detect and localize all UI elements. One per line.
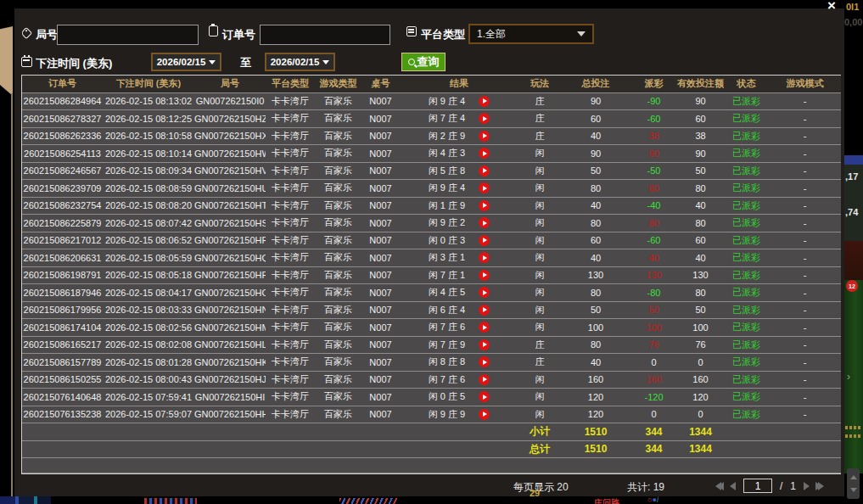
result-text: 闲 3 庄 1 (429, 251, 465, 264)
result-cell: 闲 1 庄 9 (400, 197, 518, 215)
table-cell: GN007262150HL (194, 336, 266, 354)
table-cell: 60 (677, 232, 724, 249)
result-cell: 闲 7 庄 6 (400, 319, 518, 337)
table-cell: 40 (561, 249, 630, 267)
background-number-fragment: ,17 (845, 171, 858, 182)
search-button[interactable]: 查询 (401, 53, 446, 71)
table-cell: 闲 (518, 406, 561, 423)
status-cell: 已派彩 (724, 336, 769, 354)
table-cell: 闲 (518, 284, 561, 302)
column-header: 游戏类型 (315, 76, 361, 92)
table-cell: - (769, 232, 841, 249)
replay-play-icon[interactable] (479, 148, 490, 159)
payout-cell: 76 (630, 336, 677, 354)
column-header: 状态 (724, 76, 769, 92)
table-row: 2602150861987912026-02-15 08:05:18GN0072… (22, 266, 841, 284)
table-cell: N007 (361, 232, 400, 249)
replay-play-icon[interactable] (479, 131, 490, 142)
replay-play-icon[interactable] (479, 217, 490, 228)
replay-play-icon[interactable] (479, 409, 490, 420)
table-cell: 卡卡湾厅 (266, 197, 315, 215)
replay-play-icon[interactable] (479, 356, 490, 367)
table-cell: - (769, 266, 841, 284)
replay-play-icon[interactable] (479, 287, 490, 298)
close-icon[interactable]: × (822, 0, 841, 14)
table-cell: - (769, 406, 841, 423)
table-cell: - (769, 180, 841, 198)
payout-cell: -40 (630, 197, 677, 215)
result-cell: 闲 9 庄 2 (400, 215, 518, 232)
table-cell: 闲 (518, 180, 561, 198)
page-number-input[interactable] (743, 479, 772, 493)
table-cell: GN007262150HR (194, 232, 266, 249)
result-text: 闲 7 庄 6 (429, 321, 465, 333)
result-text: 闲 0 庄 5 (429, 390, 465, 403)
table-cell: 卡卡湾厅 (266, 336, 315, 354)
table-cell: GN007262150HS (194, 215, 266, 232)
order-no-input[interactable] (260, 25, 390, 45)
page-total: 1 (790, 480, 796, 492)
replay-play-icon[interactable] (479, 165, 490, 176)
table-cell: - (769, 110, 841, 128)
platform-type-select[interactable]: 1.全部 (468, 24, 594, 44)
table-cell: 卡卡湾厅 (266, 406, 315, 423)
replay-play-icon[interactable] (479, 200, 490, 211)
first-page-button[interactable] (717, 482, 722, 490)
table-cell: 260215086262336 (22, 127, 103, 145)
table-cell: GN007262150HU (194, 180, 266, 198)
replay-play-icon[interactable] (479, 322, 490, 333)
table-cell: GN007262150HJ (194, 371, 266, 389)
table-cell: - (769, 145, 841, 163)
table-cell: GN007262150HI (194, 389, 266, 406)
chevron-down-icon (322, 60, 329, 64)
table-row: 2602150862066312026-02-15 08:05:59GN0072… (22, 249, 841, 267)
date-to-picker[interactable]: 2026/02/15 (265, 53, 335, 71)
replay-play-icon[interactable] (479, 374, 490, 385)
next-page-button[interactable] (804, 482, 810, 490)
payout-cell: -50 (630, 162, 677, 180)
result-cell: 闲 9 庄 9 (400, 406, 518, 423)
prev-page-button[interactable] (730, 482, 736, 490)
table-cell: GN007262150HV (194, 162, 266, 180)
list-icon (406, 26, 417, 36)
table-cell: 260215086239709 (22, 180, 103, 198)
replay-play-icon[interactable] (479, 305, 490, 316)
table-cell: N007 (361, 336, 400, 354)
replay-play-icon[interactable] (479, 235, 490, 246)
background-fragment-roadmap (0, 496, 51, 504)
table-cell: 60 (561, 232, 630, 249)
date-from-value: 2026/02/15 (157, 57, 206, 67)
table-cell: 90 (561, 145, 630, 163)
chevron-right-icon: › (847, 371, 850, 383)
table-cell: 2026-02-15 08:02:56 (103, 319, 194, 337)
status-cell: 已派彩 (724, 145, 769, 163)
replay-play-icon[interactable] (479, 96, 490, 107)
last-page-button[interactable] (817, 482, 822, 490)
summary-payout: 344 (630, 423, 677, 441)
table-cell: N007 (361, 92, 400, 110)
table-cell: 260215076135238 (22, 406, 103, 423)
status-cell: 已派彩 (724, 215, 769, 232)
table-cell: 2026-02-15 08:09:34 (103, 162, 194, 180)
replay-play-icon[interactable] (479, 339, 490, 350)
replay-play-icon[interactable] (479, 113, 490, 124)
summary-valid-bet: 1344 (677, 440, 724, 458)
table-cell: 260215086174104 (22, 319, 103, 337)
replay-play-icon[interactable] (479, 391, 490, 402)
date-from-picker[interactable]: 2026/02/15 (151, 53, 221, 71)
replay-play-icon[interactable] (479, 182, 490, 193)
summary-label: 总计 (518, 440, 561, 458)
table-row: 2602150861577892026-02-15 08:01:28GN0072… (22, 354, 841, 372)
table-cell: 百家乐 (315, 232, 361, 249)
table-cell: N007 (361, 284, 400, 302)
payout-cell: -60 (630, 232, 677, 249)
table-cell: 卡卡湾厅 (266, 180, 315, 198)
replay-play-icon[interactable] (479, 252, 490, 263)
result-cell: 闲 4 庄 5 (400, 284, 518, 302)
bet-records-table: 订单号下注时间 (美东)局号平台类型游戏类型桌号结果玩法总投注派彩有效投注额状态… (22, 76, 841, 473)
result-text: 闲 9 庄 2 (429, 216, 465, 229)
table-cell: - (769, 92, 841, 110)
table-cell: - (769, 389, 841, 406)
replay-play-icon[interactable] (479, 270, 490, 281)
game-no-input[interactable] (57, 25, 199, 45)
